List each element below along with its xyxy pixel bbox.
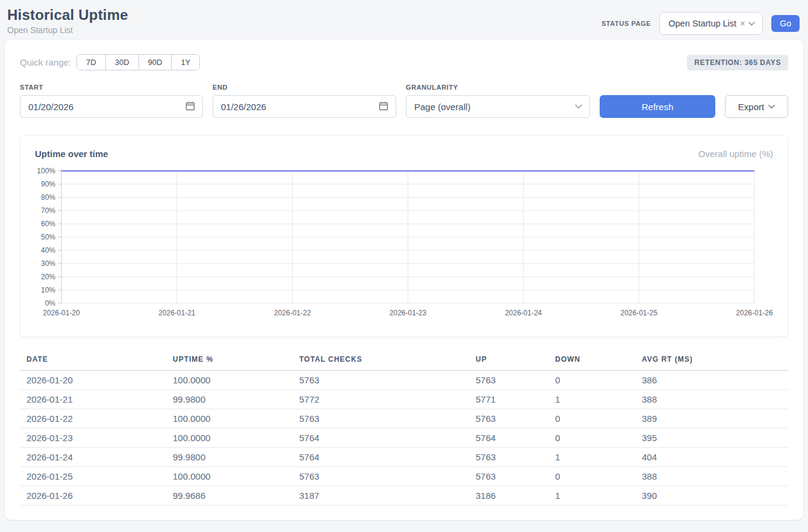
granularity-selected-value: Page (overall) bbox=[414, 102, 470, 112]
table-cell: 2026-01-21 bbox=[20, 390, 166, 409]
column-header-up: UP bbox=[469, 355, 549, 371]
table-cell: 388 bbox=[635, 390, 788, 409]
table-cell: 1 bbox=[549, 486, 635, 506]
table-cell: 0 bbox=[549, 409, 635, 428]
calendar-icon[interactable] bbox=[185, 101, 195, 113]
table-row: 2026-01-2699.9686318731861390 bbox=[20, 486, 788, 506]
table-row: 2026-01-22100.0000576357630389 bbox=[20, 409, 788, 428]
svg-text:40%: 40% bbox=[41, 246, 55, 255]
table-cell: 0 bbox=[549, 467, 635, 486]
quick-range-group: 7D 30D 90D 1Y bbox=[76, 54, 200, 70]
quick-range-label: Quick range: bbox=[20, 57, 71, 67]
quick-range-90d-button[interactable]: 90D bbox=[139, 55, 172, 70]
table-cell: 5764 bbox=[293, 448, 469, 467]
table-cell: 5763 bbox=[293, 409, 469, 428]
granularity-field-group: GRANULARITY Page (overall) bbox=[406, 84, 590, 118]
table-cell: 390 bbox=[635, 486, 788, 506]
quick-range-1y-button[interactable]: 1Y bbox=[172, 55, 199, 70]
svg-text:2026-01-26: 2026-01-26 bbox=[736, 309, 773, 317]
granularity-label: GRANULARITY bbox=[406, 84, 590, 91]
column-header-down: DOWN bbox=[549, 355, 635, 371]
chart-legend-label: Overall uptime (%) bbox=[698, 149, 773, 159]
status-page-label: STATUS PAGE bbox=[601, 20, 651, 27]
uptime-table-head: DATE UPTIME % TOTAL CHECKS UP DOWN AVG R… bbox=[20, 355, 788, 371]
start-date-value: 01/20/2026 bbox=[28, 102, 73, 112]
quick-range-row: Quick range: 7D 30D 90D 1Y RETENTION: 36… bbox=[20, 54, 788, 70]
table-cell: 100.0000 bbox=[166, 409, 293, 428]
quick-range-7d-button[interactable]: 7D bbox=[77, 55, 106, 70]
chevron-down-icon bbox=[575, 104, 582, 109]
svg-text:50%: 50% bbox=[41, 233, 55, 241]
table-cell: 3187 bbox=[293, 486, 469, 506]
table-row: 2026-01-25100.0000576357630388 bbox=[20, 467, 788, 486]
quick-range-30d-button[interactable]: 30D bbox=[106, 55, 139, 70]
chart-header: Uptime over time Overall uptime (%) bbox=[35, 149, 773, 159]
table-cell: 1 bbox=[549, 390, 635, 409]
status-page-selected-value: Open Startup List bbox=[668, 19, 736, 28]
uptime-chart-card: Uptime over time Overall uptime (%) 0%10… bbox=[20, 135, 788, 337]
table-row: 2026-01-20100.0000576357630386 bbox=[20, 371, 788, 390]
svg-text:70%: 70% bbox=[41, 206, 55, 215]
page-title: Historical Uptime bbox=[7, 7, 128, 23]
table-cell: 5763 bbox=[469, 371, 549, 390]
column-header-avg-rt: AVG RT (MS) bbox=[635, 355, 788, 371]
go-button[interactable]: Go bbox=[771, 15, 800, 32]
table-cell: 5763 bbox=[293, 467, 469, 486]
end-date-value: 01/26/2026 bbox=[221, 102, 266, 112]
table-cell: 5763 bbox=[469, 467, 549, 486]
table-cell: 388 bbox=[635, 467, 788, 486]
table-cell: 2026-01-24 bbox=[20, 448, 166, 467]
svg-text:20%: 20% bbox=[41, 273, 55, 281]
export-button[interactable]: Export bbox=[725, 95, 788, 118]
status-page-select[interactable]: Open Startup List × bbox=[659, 12, 763, 35]
start-date-field-group: START 01/20/2026 bbox=[20, 84, 203, 118]
svg-text:80%: 80% bbox=[41, 193, 55, 202]
granularity-select[interactable]: Page (overall) bbox=[406, 95, 590, 118]
svg-text:90%: 90% bbox=[41, 180, 55, 188]
table-cell: 1 bbox=[549, 448, 635, 467]
refresh-button[interactable]: Refresh bbox=[600, 95, 715, 118]
table-cell: 5764 bbox=[293, 428, 469, 448]
table-cell: 5764 bbox=[469, 428, 549, 448]
svg-text:100%: 100% bbox=[37, 167, 55, 175]
table-row: 2026-01-2499.9800576457631404 bbox=[20, 448, 788, 467]
table-cell: 2026-01-20 bbox=[20, 371, 166, 390]
uptime-line-chart: 0%10%20%30%40%50%60%70%80%90%100%2026-01… bbox=[35, 164, 773, 323]
svg-text:2026-01-25: 2026-01-25 bbox=[620, 309, 657, 317]
table-cell: 5772 bbox=[293, 390, 469, 409]
table-cell: 99.9800 bbox=[166, 448, 293, 467]
table-cell: 5763 bbox=[469, 448, 549, 467]
end-date-input[interactable]: 01/26/2026 bbox=[213, 95, 396, 118]
end-date-label: END bbox=[213, 84, 396, 91]
calendar-icon[interactable] bbox=[379, 101, 388, 113]
table-cell: 5763 bbox=[293, 371, 469, 390]
page-subtitle: Open Startup List bbox=[7, 25, 128, 35]
retention-badge: RETENTION: 365 DAYS bbox=[687, 55, 788, 70]
svg-text:2026-01-20: 2026-01-20 bbox=[43, 309, 80, 317]
status-page-controls: STATUS PAGE Open Startup List × Go bbox=[601, 12, 800, 35]
column-header-checks: TOTAL CHECKS bbox=[293, 355, 469, 371]
svg-text:2026-01-24: 2026-01-24 bbox=[505, 309, 542, 317]
table-cell: 2026-01-25 bbox=[20, 467, 166, 486]
table-cell: 100.0000 bbox=[166, 467, 293, 486]
top-bar: Historical Uptime Open Startup List STAT… bbox=[0, 0, 808, 39]
chevron-down-icon bbox=[748, 22, 755, 26]
clear-selection-icon[interactable]: × bbox=[740, 19, 745, 28]
start-date-input[interactable]: 01/20/2026 bbox=[20, 95, 203, 118]
table-row: 2026-01-2199.9800577257711388 bbox=[20, 390, 788, 409]
svg-text:2026-01-21: 2026-01-21 bbox=[158, 309, 196, 317]
table-cell: 404 bbox=[635, 448, 788, 467]
chart-title: Uptime over time bbox=[35, 149, 108, 159]
main-panel: Quick range: 7D 30D 90D 1Y RETENTION: 36… bbox=[5, 40, 803, 520]
table-cell: 5771 bbox=[469, 390, 549, 409]
end-date-field-group: END 01/26/2026 bbox=[213, 84, 396, 118]
svg-text:30%: 30% bbox=[41, 259, 55, 268]
uptime-table: DATE UPTIME % TOTAL CHECKS UP DOWN AVG R… bbox=[20, 355, 788, 506]
table-cell: 100.0000 bbox=[166, 428, 293, 448]
filter-fields-row: START 01/20/2026 END 01/26/2026 GRANULAR… bbox=[20, 84, 788, 118]
table-cell: 100.0000 bbox=[166, 371, 293, 390]
table-row: 2026-01-23100.0000576457640395 bbox=[20, 428, 788, 448]
column-header-date: DATE bbox=[20, 355, 166, 371]
table-cell: 2026-01-22 bbox=[20, 409, 166, 428]
svg-text:2026-01-23: 2026-01-23 bbox=[390, 309, 427, 317]
